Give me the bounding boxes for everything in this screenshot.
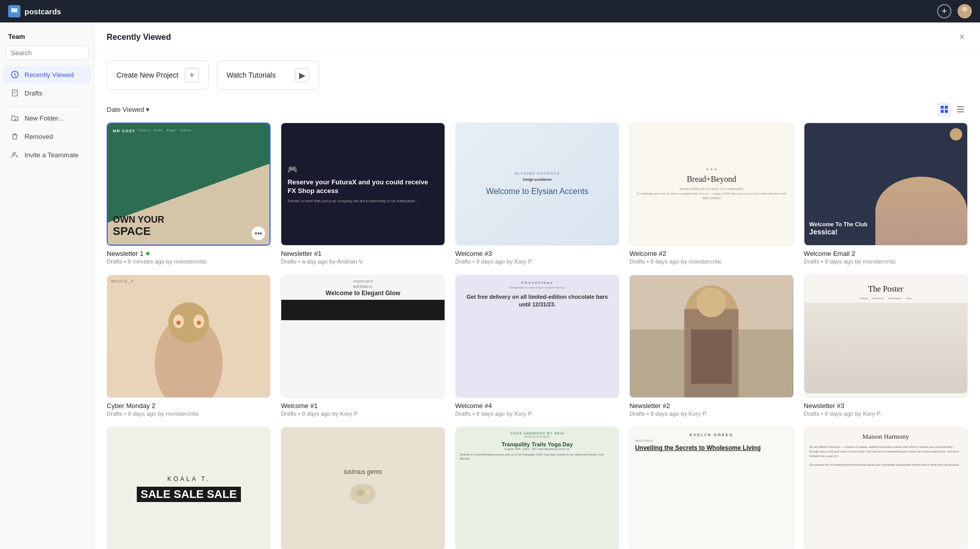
page-title: Recently Viewed bbox=[107, 33, 171, 42]
action-cards: Create New Project + Watch Tutorials ▶ bbox=[94, 50, 980, 100]
app-name: postcards bbox=[24, 7, 61, 16]
project-name: Newsletter 1 bbox=[107, 250, 271, 257]
project-card-newsletter-3[interactable]: The Poster HomeFeaturesExamplesNew ••• N… bbox=[804, 275, 968, 417]
project-thumbnail: Maison Harmony We are Maison Harmony — c… bbox=[804, 427, 968, 549]
project-thumbnail: Elysian Accents Design excellence Welcom… bbox=[455, 123, 619, 246]
project-name: Cyber Monday 2 bbox=[107, 402, 271, 410]
filter-bar: Date Viewed ▾ bbox=[94, 100, 980, 123]
project-name: Welcome #3 bbox=[455, 250, 619, 257]
project-card-welcome-3[interactable]: Elysian Accents Design excellence Welcom… bbox=[455, 123, 619, 265]
project-grid: MR COZY Chairs · Sofa · Bags · Tables OW… bbox=[94, 123, 980, 549]
topbar: postcards + bbox=[0, 0, 980, 22]
svg-rect-21 bbox=[957, 106, 964, 107]
sidebar-item-removed[interactable]: Removed bbox=[3, 128, 91, 145]
project-meta: Drafts • 9 days ago by Kory P. bbox=[455, 258, 619, 265]
sidebar-item-label: Invite a Teammate bbox=[24, 151, 79, 159]
logo-icon bbox=[8, 5, 20, 17]
project-card-newsletter-4[interactable]: KOALA T. SALE SALE SALE ••• Newsletter #… bbox=[107, 427, 271, 549]
grid-view-button[interactable] bbox=[937, 102, 951, 116]
project-thumbnail: ChocoVibes Remember to taste these chose… bbox=[455, 275, 619, 398]
sidebar-item-new-folder[interactable]: New Folder... bbox=[3, 109, 91, 127]
sidebar-item-recently-viewed[interactable]: Recently Viewed bbox=[3, 66, 91, 83]
close-button[interactable]: × bbox=[956, 31, 968, 43]
content-header: Recently Viewed × bbox=[94, 22, 980, 50]
sidebar-item-label: Recently Viewed bbox=[24, 71, 74, 79]
project-thumbnail: ••• bbox=[629, 275, 793, 398]
project-meta: Drafts • a day ago by Andrian V. bbox=[281, 258, 445, 265]
play-icon: ▶ bbox=[295, 68, 309, 82]
user-avatar[interactable] bbox=[958, 4, 972, 18]
sidebar-item-invite-teammate[interactable]: Invite a Teammate bbox=[3, 146, 91, 163]
app-logo: postcards bbox=[8, 5, 61, 17]
project-meta: Drafts • 9 days ago by monstercritic bbox=[107, 411, 271, 417]
project-name: Welcome Email 2 bbox=[804, 250, 968, 257]
svg-point-2 bbox=[960, 12, 969, 18]
watch-tutorials-card[interactable]: Watch Tutorials ▶ bbox=[217, 60, 319, 90]
project-thumbnail: YOGA HARMONY BY ARIA NEW LIVE EVENT Tran… bbox=[455, 427, 619, 549]
project-card-event-2[interactable]: EVELYN GREEN NEW EVENT Unveiling the Sec… bbox=[629, 427, 793, 549]
active-status-dot bbox=[146, 252, 150, 255]
project-card-welcome-2[interactable]: ✦ ✦ ✦ Bread+Beyond WE'RE THRILLED TO HAV… bbox=[629, 123, 793, 265]
svg-rect-22 bbox=[957, 109, 964, 110]
project-meta: Drafts • 9 days ago by monstercritic bbox=[629, 258, 793, 265]
svg-rect-17 bbox=[941, 106, 944, 109]
project-meta: Drafts • 9 days ago by Kory P. bbox=[281, 411, 445, 417]
project-name: Newsletter #2 bbox=[629, 402, 793, 410]
project-thumbnail: MUSIQ_X ••• bbox=[107, 275, 271, 398]
content-area: Recently Viewed × Create New Project + W… bbox=[94, 22, 980, 549]
search-input[interactable] bbox=[5, 45, 89, 60]
create-new-project-card[interactable]: Create New Project + bbox=[107, 60, 209, 90]
project-card-welcome-1[interactable]: elegant glow EDITION #1 Welcome to Elega… bbox=[281, 275, 445, 417]
project-card-welcome-4[interactable]: ChocoVibes Remember to taste these chose… bbox=[455, 275, 619, 417]
project-thumbnail: MR COZY Chairs · Sofa · Bags · Tables OW… bbox=[107, 123, 271, 246]
project-card-newsletter-1b[interactable]: 🎮 Reserve your FuturaX and you could rec… bbox=[281, 123, 445, 265]
project-meta: Drafts • 9 days ago by monstercritic bbox=[804, 258, 968, 265]
trash-icon bbox=[10, 132, 19, 141]
project-card-newsletter-2[interactable]: ••• Newsletter #2 Drafts • 9 days ago by… bbox=[629, 275, 793, 417]
topbar-right: + bbox=[937, 4, 972, 18]
project-name: Welcome #4 bbox=[455, 402, 619, 410]
project-card-cyber-monday-2[interactable]: MUSIQ_X ••• Cyber Monday 2 Drafts • 9 da… bbox=[107, 275, 271, 417]
project-name: Newsletter #1 bbox=[281, 250, 445, 257]
main-layout: Team Recently Viewed Drafts New Folder..… bbox=[0, 22, 980, 549]
project-card-plain-text-1[interactable]: Maison Harmony We are Maison Harmony — c… bbox=[804, 427, 968, 549]
person-plus-icon bbox=[10, 150, 19, 159]
sidebar-section-label: Team bbox=[0, 29, 94, 42]
project-thumbnail: elegant glow EDITION #1 Welcome to Elega… bbox=[281, 275, 445, 398]
date-filter[interactable]: Date Viewed ▾ bbox=[107, 106, 150, 113]
svg-rect-4 bbox=[12, 90, 17, 96]
project-card-newsletter-5[interactable]: lustrous gems ••• Newsletter #5 Drafts bbox=[281, 427, 445, 549]
project-name: Welcome #1 bbox=[281, 402, 445, 410]
svg-rect-20 bbox=[945, 110, 948, 113]
project-card-newsletter-1[interactable]: MR COZY Chairs · Sofa · Bags · Tables OW… bbox=[107, 123, 271, 265]
file-icon bbox=[10, 88, 19, 98]
clock-icon bbox=[10, 70, 19, 79]
view-toggle bbox=[937, 102, 968, 116]
chevron-down-icon: ▾ bbox=[146, 106, 150, 113]
project-meta: Drafts • 9 days ago by Kory P. bbox=[629, 411, 793, 417]
sidebar-item-label: Drafts bbox=[24, 89, 42, 97]
filter-label: Date Viewed bbox=[107, 106, 144, 113]
project-thumbnail: lustrous gems ••• bbox=[281, 427, 445, 549]
project-thumbnail: KOALA T. SALE SALE SALE ••• bbox=[107, 427, 271, 549]
watch-tutorials-label: Watch Tutorials bbox=[227, 71, 276, 79]
project-meta: Drafts • 9 days ago by Kory P. bbox=[804, 411, 968, 417]
project-card-event-1[interactable]: YOGA HARMONY BY ARIA NEW LIVE EVENT Tran… bbox=[455, 427, 619, 549]
svg-rect-9 bbox=[13, 135, 17, 139]
project-thumbnail: EVELYN GREEN NEW EVENT Unveiling the Sec… bbox=[629, 427, 793, 549]
project-name: Welcome #2 bbox=[629, 250, 793, 257]
folder-plus-icon bbox=[10, 113, 19, 123]
list-view-button[interactable] bbox=[953, 102, 968, 116]
project-meta: Drafts • 8 minutes ago by monstercritic bbox=[107, 258, 271, 265]
project-meta: Drafts • 9 days ago by Kory P. bbox=[455, 411, 619, 417]
project-thumbnail: 🎮 Reserve your FuturaX and you could rec… bbox=[281, 123, 445, 246]
add-button[interactable]: + bbox=[937, 4, 951, 18]
svg-rect-19 bbox=[941, 110, 944, 113]
sidebar-item-label: Removed bbox=[24, 133, 53, 140]
svg-rect-0 bbox=[11, 8, 17, 12]
svg-point-1 bbox=[962, 7, 967, 12]
svg-rect-18 bbox=[945, 106, 948, 109]
project-name: Newsletter #3 bbox=[804, 402, 968, 410]
project-card-welcome-email-2[interactable]: Welcome To The Club Jessica! ••• Welcome… bbox=[804, 123, 968, 265]
sidebar-item-drafts[interactable]: Drafts bbox=[3, 84, 91, 102]
